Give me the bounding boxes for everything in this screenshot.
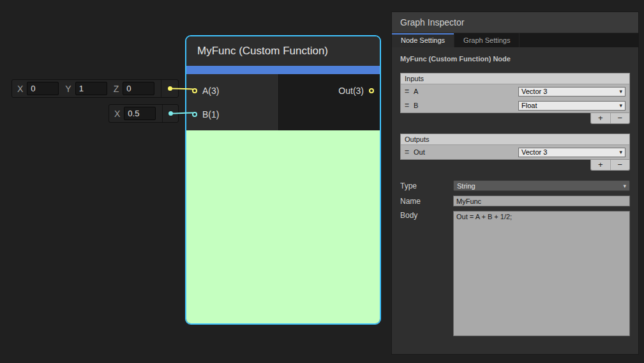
input-b-type-dropdown[interactable]: Float ▾ <box>518 101 625 111</box>
input-row-a[interactable]: = A Vector 3 ▾ <box>401 84 629 98</box>
z-component-field[interactable] <box>123 82 154 95</box>
body-label: Body <box>400 211 453 220</box>
type-label: Type <box>400 182 453 190</box>
chevron-down-icon: ▾ <box>623 183 626 189</box>
name-input[interactable] <box>453 196 630 206</box>
output-ports-column: Out(3) <box>279 74 380 130</box>
vector3-port-input-widget[interactable]: X Y Z <box>11 79 179 98</box>
type-value: String <box>457 182 476 190</box>
port-circle-a-vector3[interactable] <box>192 88 197 93</box>
port-label-a: A(3) <box>202 86 219 96</box>
input-b-type-value: Float <box>521 102 537 109</box>
add-input-button[interactable]: + <box>591 113 611 123</box>
output-out-type-dropdown[interactable]: Vector 3 ▾ <box>518 148 625 157</box>
output-row-out[interactable]: = Out Vector 3 ▾ <box>401 145 629 159</box>
tab-graph-settings[interactable]: Graph Settings <box>454 33 520 47</box>
port-label-out: Out(3) <box>338 86 364 96</box>
float-x-label: X <box>114 109 120 119</box>
input-port-b[interactable]: B(1) <box>186 102 278 126</box>
input-b-name: B <box>414 102 418 109</box>
outputs-section-title: Outputs <box>401 134 629 145</box>
z-component-label: Z <box>114 84 119 94</box>
inspector-tab-bar: Node Settings Graph Settings <box>392 33 638 47</box>
node-color-bar <box>186 66 380 74</box>
inspector-header[interactable]: Graph Inspector <box>392 12 638 33</box>
vector3-port-dot-icon <box>168 86 172 91</box>
float-connector[interactable] <box>162 105 178 122</box>
outputs-footer: + − <box>400 160 630 171</box>
input-a-type-dropdown[interactable]: Vector 3 ▾ <box>518 87 625 97</box>
inputs-footer-buttons: + − <box>590 113 630 124</box>
inspector-title: Graph Inspector <box>400 17 464 27</box>
x-component-field[interactable] <box>27 82 59 95</box>
y-component-field[interactable] <box>75 82 107 95</box>
outputs-group: Outputs = Out Vector 3 ▾ + − <box>400 134 630 171</box>
outputs-footer-buttons: + − <box>590 160 630 171</box>
add-output-button[interactable]: + <box>591 160 611 170</box>
float-x-field[interactable] <box>124 107 156 120</box>
x-component-label: X <box>17 84 23 94</box>
input-a-name: A <box>414 88 418 95</box>
input-ports-column: A(3) B(1) <box>186 74 279 130</box>
inputs-group: Inputs = A Vector 3 ▾ = B Float <box>400 73 630 124</box>
tab-node-settings[interactable]: Node Settings <box>392 33 454 47</box>
float-port-dot-icon <box>168 111 173 116</box>
remove-output-button[interactable]: − <box>611 160 630 170</box>
node-title: MyFunc (Custom Function) <box>197 45 328 58</box>
port-circle-out-vector3[interactable] <box>369 88 374 93</box>
inputs-section-title: Inputs <box>401 73 629 84</box>
outputs-section: Outputs = Out Vector 3 ▾ <box>400 134 630 160</box>
input-a-type-value: Vector 3 <box>521 88 547 95</box>
port-label-b: B(1) <box>202 109 219 120</box>
name-field-row: Name <box>400 196 630 206</box>
body-field-row: Body Out = A + B + 1/2; <box>400 211 630 336</box>
output-out-name: Out <box>414 148 425 156</box>
vector3-connector[interactable] <box>161 80 178 97</box>
type-field-row: Type String ▾ <box>400 180 630 191</box>
node-preview <box>186 130 380 323</box>
y-component-label: Y <box>65 84 71 94</box>
type-dropdown[interactable]: String ▾ <box>453 180 630 191</box>
output-out-type-value: Vector 3 <box>521 148 547 156</box>
graph-inspector-panel: Graph Inspector Node Settings Graph Sett… <box>391 12 639 355</box>
shader-graph-canvas[interactable]: X Y Z X MyFunc (Custom Function) A(3) <box>0 0 644 363</box>
remove-input-button[interactable]: − <box>611 113 630 123</box>
chevron-down-icon: ▾ <box>619 102 622 109</box>
drag-handle-icon[interactable]: = <box>405 149 409 155</box>
chevron-down-icon: ▾ <box>619 149 622 155</box>
inspector-content: MyFunc (Custom Function) Node Inputs = A… <box>392 47 638 354</box>
node-title-bar[interactable]: MyFunc (Custom Function) <box>186 36 380 66</box>
node-port-area: A(3) B(1) Out(3) <box>186 74 380 130</box>
input-row-b[interactable]: = B Float ▾ <box>401 98 629 112</box>
inputs-footer: + − <box>400 113 630 124</box>
input-port-a[interactable]: A(3) <box>186 79 278 102</box>
chevron-down-icon: ▾ <box>619 88 622 95</box>
output-port-out[interactable]: Out(3) <box>279 79 380 102</box>
custom-function-node[interactable]: MyFunc (Custom Function) A(3) B(1) Out(3… <box>185 35 381 325</box>
drag-handle-icon[interactable]: = <box>405 102 409 109</box>
node-settings-heading: MyFunc (Custom Function) Node <box>400 55 630 63</box>
name-label: Name <box>400 197 453 206</box>
drag-handle-icon[interactable]: = <box>405 88 409 95</box>
inputs-section: Inputs = A Vector 3 ▾ = B Float <box>400 73 630 113</box>
float-port-input-widget[interactable]: X <box>109 104 179 123</box>
port-circle-b-float[interactable] <box>192 112 197 117</box>
body-textarea[interactable]: Out = A + B + 1/2; <box>453 211 630 336</box>
